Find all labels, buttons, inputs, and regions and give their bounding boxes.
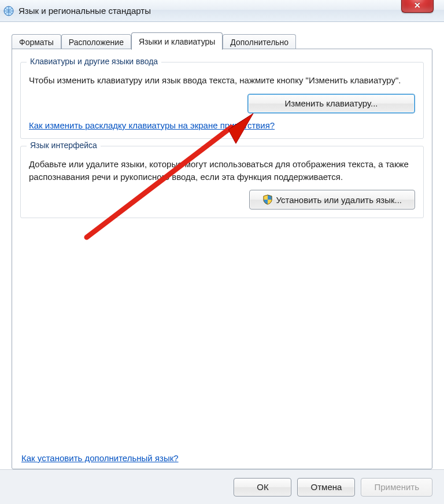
titlebar: Язык и региональные стандарты ✕ — [0, 0, 444, 22]
globe-icon — [3, 6, 14, 16]
group-display-language-legend: Язык интерфейса — [27, 141, 101, 150]
tab-panel: Клавиатуры и другие языки ввода Чтобы из… — [12, 49, 432, 469]
dialog-body: Форматы Расположение Языки и клавиатуры … — [0, 22, 444, 469]
window-title: Язык и региональные стандарты — [18, 6, 151, 16]
group-keyboards: Клавиатуры и другие языки ввода Чтобы из… — [20, 62, 424, 139]
shield-icon — [262, 194, 273, 205]
install-uninstall-language-button[interactable]: Установить или удалить язык... — [249, 190, 416, 209]
how-install-language-link[interactable]: Как установить дополнительный язык? — [21, 453, 179, 463]
dialog-footer: ОК Отмена Применить — [0, 469, 444, 504]
group-display-language: Язык интерфейса Добавьте или удалите язы… — [20, 146, 424, 219]
tab-formats[interactable]: Форматы — [12, 34, 61, 49]
tab-advanced[interactable]: Дополнительно — [223, 34, 296, 49]
group-display-language-text: Добавьте или удалите языки, которые могу… — [29, 158, 415, 183]
cancel-button[interactable]: Отмена — [297, 478, 355, 496]
tab-keyboards[interactable]: Языки и клавиатуры — [131, 32, 223, 50]
tab-strip: Форматы Расположение Языки и клавиатуры … — [12, 30, 432, 49]
tab-location[interactable]: Расположение — [61, 34, 131, 49]
group-keyboards-text: Чтобы изменить клавиатуру или язык ввода… — [29, 74, 415, 87]
install-uninstall-language-label: Установить или удалить язык... — [276, 195, 402, 205]
group-keyboards-legend: Клавиатуры и другие языки ввода — [27, 57, 161, 66]
close-icon: ✕ — [414, 1, 421, 10]
welcome-screen-layout-link[interactable]: Как изменить раскладку клавиатуры на экр… — [29, 120, 275, 130]
change-keyboard-button[interactable]: Изменить клавиатуру... — [247, 94, 415, 113]
ok-button[interactable]: ОК — [234, 478, 291, 496]
apply-button: Применить — [361, 478, 432, 496]
close-button[interactable]: ✕ — [401, 0, 434, 13]
